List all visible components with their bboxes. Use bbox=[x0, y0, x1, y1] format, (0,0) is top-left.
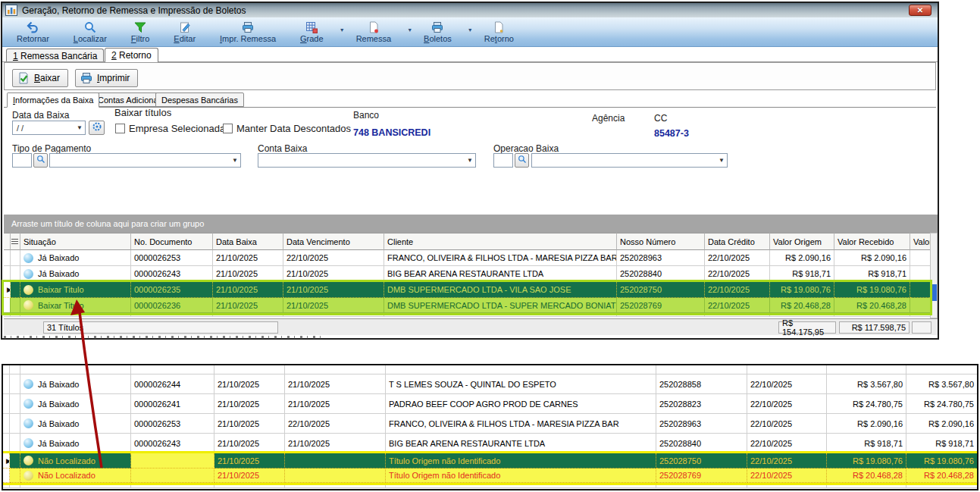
cell-text: 21/10/2025 bbox=[218, 439, 259, 448]
table-row[interactable]: Baixar Titulo000002623621/10/202521/10/2… bbox=[4, 298, 930, 313]
data-da-baixa-label: Data da Baixa bbox=[12, 110, 69, 121]
table-row[interactable]: ▶Baixar Titulo000002623521/10/202521/10/… bbox=[4, 282, 930, 298]
dropdown-arrow-icon[interactable]: ▼ bbox=[468, 27, 473, 33]
cell-recebido: R$ 2.090,16 bbox=[906, 414, 978, 434]
column-header-venc[interactable]: Data Vencimento bbox=[283, 233, 384, 250]
column-header-baixa[interactable]: Data Baixa bbox=[213, 233, 283, 250]
tipo-pagamento-code-input[interactable] bbox=[12, 153, 32, 168]
column-header-origem[interactable]: Valor Origem bbox=[770, 233, 834, 250]
subtab-2[interactable]: Despesas Bancárias bbox=[155, 92, 244, 107]
toolbar-group-retorno: Retorno bbox=[477, 18, 521, 45]
cell-cliente: Título Origem não Identificado bbox=[386, 453, 656, 468]
cell-text: Baixar Titulo bbox=[38, 285, 84, 294]
cell-doc bbox=[131, 453, 214, 468]
status-circle-yellow-icon bbox=[23, 285, 33, 295]
operacao-baixa-search-button[interactable] bbox=[515, 153, 529, 168]
toolbar-filtro[interactable]: Filtro bbox=[124, 18, 156, 45]
group-by-bar[interactable]: Arraste um título de coluna aqui para cr… bbox=[4, 215, 938, 233]
cell-text: 21/10/2025 bbox=[216, 253, 258, 262]
check-document-icon bbox=[17, 72, 30, 84]
search-icon bbox=[84, 21, 96, 33]
toolbar-impr-remessa[interactable]: Impr. Remessa bbox=[213, 18, 283, 45]
date-refresh-button[interactable] bbox=[89, 121, 105, 135]
cell-cliente: BIG BEAR ARENA RESTAURANTE LTDA bbox=[384, 266, 617, 282]
dropdown-arrow-icon[interactable]: ▼ bbox=[340, 27, 345, 33]
cell-text: R$ 20.468,28 bbox=[924, 471, 974, 480]
toolbar-retorno[interactable]: Retorno bbox=[477, 18, 521, 45]
cell-text: 0000026244 bbox=[134, 380, 180, 389]
checkbox-icon[interactable] bbox=[115, 124, 125, 133]
cell-valor-a bbox=[910, 266, 931, 282]
table-row[interactable]: Já Baixado000002625321/10/202522/10/2025… bbox=[4, 250, 930, 266]
dropdown-arrow-icon[interactable]: ▼ bbox=[407, 27, 412, 33]
toolbar-remessa[interactable]: Remessa▼ bbox=[349, 18, 406, 45]
data-da-baixa-input[interactable]: / / ▼ bbox=[12, 121, 86, 135]
cell-recebido: R$ 19.080,76 bbox=[906, 453, 978, 468]
status-circle-yellow-icon bbox=[23, 456, 33, 465]
tipo-pagamento-combo[interactable]: ▼ bbox=[49, 153, 241, 168]
toolbar-retornar[interactable]: Retornar bbox=[10, 18, 56, 45]
tipo-pagamento-search-button[interactable] bbox=[33, 153, 48, 168]
cell-valor-a bbox=[910, 282, 931, 298]
toolbar-localizar[interactable]: Localizar bbox=[67, 18, 114, 45]
cell-recebido: R$ 2.090,16 bbox=[834, 250, 910, 266]
chevron-down-icon[interactable]: ▼ bbox=[74, 124, 85, 131]
column-header-cliente[interactable]: Cliente bbox=[384, 233, 617, 250]
baixar-button[interactable]: Baixar bbox=[12, 69, 68, 87]
cell-baixa: 21/10/2025 bbox=[214, 434, 285, 453]
cell-text: Baixar Titulo bbox=[38, 301, 84, 310]
table-row[interactable]: Já Baixado000002625321/10/202522/10/2025… bbox=[3, 414, 977, 434]
chevron-down-icon[interactable]: ▼ bbox=[465, 157, 475, 164]
cell-venc: 21/10/2025 bbox=[283, 266, 384, 282]
checkbox-empresa-selecionada[interactable]: Empresa Selecionada bbox=[115, 123, 225, 134]
tab-retorno[interactable]: 2 Retorno bbox=[105, 48, 158, 62]
cell-text: R$ 19.080,76 bbox=[924, 456, 974, 465]
column-header-doc[interactable]: No. Documento bbox=[131, 233, 213, 250]
cell-situacao: Já Baixado bbox=[20, 250, 131, 266]
table-row[interactable]: Já Baixado000002624121/10/202521/10/2025… bbox=[3, 394, 977, 414]
table-row[interactable]: ▶Não Localizado21/10/2025Título Origem n… bbox=[3, 453, 977, 468]
cell-recebido: R$ 20.468,28 bbox=[834, 298, 910, 313]
cell-origem: R$ 20.468,28 bbox=[770, 298, 834, 313]
cell-doc: 0000026253 bbox=[131, 414, 214, 434]
highlighted-row-group: ▶Não Localizado21/10/2025Título Origem n… bbox=[3, 453, 977, 483]
conta-baixa-combo[interactable]: ▼ bbox=[258, 153, 476, 168]
cell-text: 0000026243 bbox=[134, 439, 180, 448]
operacao-baixa-combo[interactable]: ▼ bbox=[531, 153, 728, 168]
operacao-baixa-code-input[interactable] bbox=[493, 153, 513, 168]
status-circle-blue-icon bbox=[23, 269, 33, 279]
checkbox-icon[interactable] bbox=[223, 124, 233, 133]
subtab-0[interactable]: Informações da Baixa bbox=[7, 92, 99, 108]
cell-text: 22/10/2025 bbox=[750, 471, 792, 480]
toolbar-grade[interactable]: Grade▼ bbox=[293, 18, 339, 45]
imprimir-button[interactable]: Imprimir bbox=[75, 69, 138, 87]
column-header-situacao[interactable]: Situação bbox=[20, 233, 131, 250]
table-row[interactable]: Já Baixado000002624321/10/202521/10/2025… bbox=[3, 434, 977, 453]
tab-remessa-bancaria[interactable]: 1 Remessa Bancária bbox=[6, 49, 104, 62]
toolbar: RetornarLocalizarFiltroEditarImpr. Remes… bbox=[2, 17, 938, 47]
toolbar-editar[interactable]: Editar bbox=[167, 18, 202, 45]
cell-text: 252028823 bbox=[659, 400, 701, 409]
column-header-nosso[interactable]: Nosso Número bbox=[617, 233, 705, 250]
column-header-undefined[interactable]: Valor A bbox=[910, 233, 931, 250]
cell-text: R$ 3.567,80 bbox=[928, 380, 974, 389]
cell-cliente: Título Origem não Identificado bbox=[386, 468, 656, 483]
column-header-recebido[interactable]: Valor Recebido bbox=[834, 233, 910, 250]
column-header-credito[interactable]: Data Crédito bbox=[705, 233, 770, 250]
cell-text: 22/10/2025 bbox=[288, 419, 330, 428]
cell-doc: 0000026241 bbox=[131, 394, 214, 414]
table-row[interactable]: Já Baixado000002624421/10/202521/10/2025… bbox=[3, 374, 977, 394]
checkbox-manter-data[interactable]: Manter Data Descontados bbox=[223, 123, 351, 134]
table-row[interactable]: Já Baixado000002624321/10/202521/10/2025… bbox=[4, 266, 930, 282]
close-button[interactable]: ✕ bbox=[909, 5, 931, 16]
table-row[interactable]: Não Localizado21/10/2025Título Origem nã… bbox=[3, 468, 977, 483]
cell-doc: 0000026236 bbox=[131, 298, 213, 313]
cell-recebido: R$ 20.468,28 bbox=[906, 468, 978, 483]
chevron-down-icon[interactable]: ▼ bbox=[230, 157, 240, 164]
scrollbar-thumb[interactable] bbox=[931, 284, 937, 301]
cell-nosso: 252028823 bbox=[656, 394, 747, 414]
toolbar-boletos[interactable]: Boletos▼ bbox=[417, 18, 467, 45]
row-indicator-cell: ▶ bbox=[4, 282, 11, 298]
chevron-down-icon[interactable]: ▼ bbox=[716, 157, 727, 164]
toolbar-label-editar: Editar bbox=[174, 34, 196, 43]
